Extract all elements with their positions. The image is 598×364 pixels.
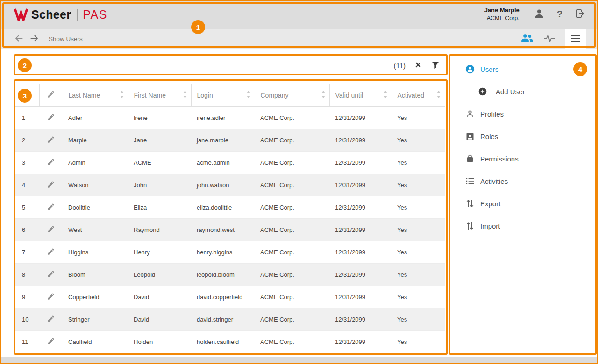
activated-cell: Yes bbox=[392, 330, 445, 353]
edit-user-button[interactable] bbox=[45, 111, 57, 125]
sort-icon bbox=[246, 91, 251, 99]
sidebar-item-export[interactable]: Export bbox=[449, 192, 598, 215]
users-table-body: 1 Adler Irene irene.adler ACME Corp. 12/… bbox=[15, 106, 445, 353]
company-cell: ACME Corp. bbox=[255, 151, 329, 174]
first-name-cell: John bbox=[128, 174, 191, 196]
row-number: 5 bbox=[15, 196, 39, 218]
valid-until-cell: 12/31/2099 bbox=[329, 286, 392, 308]
column-header-last-name[interactable]: Last Name bbox=[63, 84, 128, 106]
table-row: 4 Watson John john.watson ACME Corp. 12/… bbox=[15, 174, 445, 196]
hamburger-menu-button[interactable] bbox=[565, 29, 586, 49]
sidebar-item-import[interactable]: Import bbox=[449, 215, 598, 237]
column-header-login[interactable]: Login bbox=[191, 84, 255, 106]
user-profile-button[interactable] bbox=[534, 8, 545, 21]
last-name-cell: Bloom bbox=[63, 263, 128, 286]
pencil-icon bbox=[47, 295, 55, 302]
edit-user-button[interactable] bbox=[45, 335, 57, 349]
edit-user-button[interactable] bbox=[45, 178, 57, 192]
activated-cell: Yes bbox=[392, 151, 445, 174]
tree-connector bbox=[470, 78, 477, 91]
edit-user-button[interactable] bbox=[45, 245, 57, 259]
login-cell: eliza.doolittle bbox=[191, 196, 255, 218]
list-icon bbox=[465, 177, 475, 185]
activated-cell: Yes bbox=[392, 174, 445, 196]
users-main-panel: (11) bbox=[0, 49, 449, 357]
first-name-cell: Eliza bbox=[128, 196, 191, 218]
company-cell: ACME Corp. bbox=[255, 196, 329, 218]
edit-cell bbox=[39, 106, 63, 129]
column-header-activated[interactable]: Activated bbox=[392, 84, 445, 106]
login-cell: david.copperfield bbox=[191, 286, 255, 308]
table-row: 6 West Raymond raymond.west ACME Corp. 1… bbox=[15, 218, 445, 241]
user-management-button[interactable] bbox=[521, 33, 534, 44]
brand-name: Scheer bbox=[31, 8, 71, 21]
last-name-cell: Adler bbox=[63, 106, 128, 129]
users-table-header: Last Name First Name Login Company Valid bbox=[15, 84, 445, 106]
first-name-cell: Jane bbox=[128, 129, 191, 151]
current-user-name: Jane Marple bbox=[484, 7, 520, 14]
sidebar-item-activities[interactable]: Activities bbox=[449, 170, 598, 192]
hamburger-icon bbox=[571, 35, 580, 36]
nav-toolbar bbox=[521, 33, 555, 44]
edit-cell bbox=[39, 129, 63, 151]
forward-button[interactable] bbox=[29, 33, 39, 45]
help-button[interactable]: ? bbox=[557, 9, 562, 20]
column-header-first-name[interactable]: First Name bbox=[128, 84, 191, 106]
row-number-header bbox=[15, 84, 39, 106]
page-footer-strip bbox=[0, 357, 598, 364]
sidebar-item-profiles[interactable]: Profiles bbox=[449, 103, 598, 125]
column-header-valid-until[interactable]: Valid until bbox=[329, 84, 392, 106]
sidebar-item-add-user[interactable]: Add User bbox=[449, 80, 598, 103]
pencil-icon bbox=[47, 205, 55, 212]
clear-filter-button[interactable] bbox=[414, 61, 422, 70]
sidebar-item-roles[interactable]: Roles bbox=[449, 125, 598, 147]
sidebar-item-label: Import bbox=[480, 222, 500, 230]
first-name-cell: Henry bbox=[128, 241, 191, 263]
valid-until-cell: 12/31/2099 bbox=[329, 241, 392, 263]
export-arrows-icon bbox=[465, 199, 475, 208]
logout-button[interactable] bbox=[575, 8, 586, 21]
activated-cell: Yes bbox=[392, 241, 445, 263]
login-cell: leopold.bloom bbox=[191, 263, 255, 286]
edit-user-button[interactable] bbox=[45, 268, 57, 281]
row-number: 6 bbox=[15, 218, 39, 241]
sort-icon bbox=[120, 91, 124, 99]
edit-user-button[interactable] bbox=[45, 156, 57, 169]
valid-until-cell: 12/31/2099 bbox=[329, 263, 392, 286]
sidebar-item-permissions[interactable]: Permissions bbox=[449, 147, 598, 170]
valid-until-cell: 12/31/2099 bbox=[329, 174, 392, 196]
column-header-company[interactable]: Company bbox=[255, 84, 329, 106]
first-name-cell: ACME bbox=[128, 151, 191, 174]
activity-log-button[interactable] bbox=[544, 34, 555, 44]
edit-user-button[interactable] bbox=[45, 313, 57, 326]
first-name-cell: Leopold bbox=[128, 263, 191, 286]
activated-cell: Yes bbox=[392, 286, 445, 308]
last-name-cell: Stringer bbox=[63, 308, 128, 330]
filter-input[interactable] bbox=[21, 58, 385, 74]
back-arrow-icon bbox=[14, 33, 24, 45]
forward-arrow-icon bbox=[29, 33, 39, 45]
add-user-icon bbox=[477, 87, 488, 96]
last-name-cell: Doolittle bbox=[63, 196, 128, 218]
edit-user-button[interactable] bbox=[45, 133, 57, 147]
row-number: 8 bbox=[15, 263, 39, 286]
edit-user-button[interactable] bbox=[45, 290, 57, 304]
pencil-icon bbox=[47, 273, 55, 280]
edit-user-button[interactable] bbox=[45, 223, 57, 237]
edit-user-button[interactable] bbox=[45, 201, 57, 214]
row-number: 1 bbox=[15, 106, 39, 129]
edit-cell bbox=[39, 286, 63, 308]
back-button[interactable] bbox=[14, 33, 24, 45]
table-row: 8 Bloom Leopold leopold.bloom ACME Corp.… bbox=[15, 263, 445, 286]
activated-cell: Yes bbox=[392, 218, 445, 241]
sidebar-item-label: Users bbox=[480, 65, 498, 73]
edit-cell bbox=[39, 218, 63, 241]
login-cell: holden.caulfield bbox=[191, 330, 255, 353]
edit-cell bbox=[39, 263, 63, 286]
product-name: PAS bbox=[83, 8, 107, 21]
row-number: 4 bbox=[15, 174, 39, 196]
first-name-cell: Raymond bbox=[128, 218, 191, 241]
sidebar-item-users[interactable]: Users bbox=[449, 58, 598, 80]
login-cell: david.stringer bbox=[191, 308, 255, 330]
filter-options-button[interactable] bbox=[431, 60, 440, 71]
